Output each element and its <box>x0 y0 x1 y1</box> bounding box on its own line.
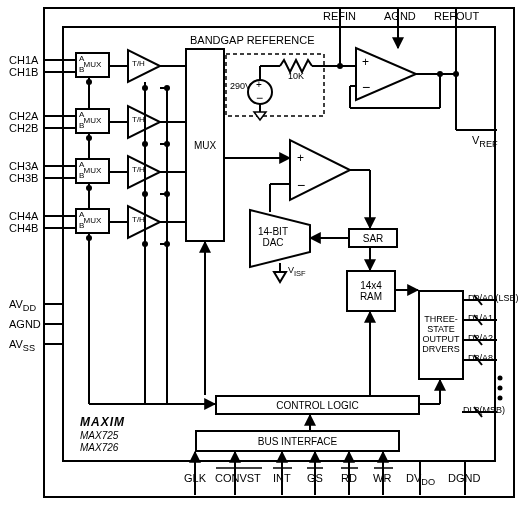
th-3-label: T/H <box>132 166 145 175</box>
pin-ch2a: CH2A <box>9 110 38 122</box>
pin-refout-label: REFOUT <box>434 10 479 22</box>
pin-agnd-left: AGND <box>9 318 41 330</box>
pin-avdd: AVDD <box>9 298 36 313</box>
part-max725: MAX725 <box>80 430 118 441</box>
pin-d2: D2/A2 <box>468 334 493 344</box>
pin-vref: VREF <box>472 134 498 149</box>
pin-glk: GLK <box>184 472 206 484</box>
diagram-canvas: + − <box>0 0 523 505</box>
pin-d0: D0/A0 (LSB) <box>468 294 519 304</box>
amux-2: A MUX B <box>75 108 110 134</box>
amux-4: A MUX B <box>75 208 110 234</box>
amux-3: A MUX B <box>75 158 110 184</box>
pin-refin-label: REFIN <box>323 10 356 22</box>
pin-ch1b: CH1B <box>9 66 38 78</box>
ram-block: 14x4 RAM <box>346 270 396 312</box>
resistor-label: 10K <box>288 72 304 82</box>
maxim-logo: MAXIM <box>80 416 125 429</box>
pin-ch1a: CH1A <box>9 54 38 66</box>
pin-ch4b: CH4B <box>9 222 38 234</box>
th-1-label: T/H <box>132 60 145 69</box>
vsrc-label: 290V <box>230 82 251 92</box>
pin-ch4a: CH4A <box>9 210 38 222</box>
th-2-label: T/H <box>132 116 145 125</box>
pin-rd: RD <box>341 472 357 484</box>
th-4-label: T/H <box>132 216 145 225</box>
pin-dvdo: DVDO <box>406 472 435 487</box>
control-logic-block: CONTROL LOGIC <box>215 395 420 415</box>
control-logic-label: CONTROL LOGIC <box>276 400 358 411</box>
pin-ch2b: CH2B <box>9 122 38 134</box>
amux-1: A MUX B <box>75 52 110 78</box>
dac-label: 14-BIT DAC <box>258 226 288 248</box>
mux-block: MUX <box>185 48 225 242</box>
drivers-block: THREE- STATE OUTPUT DRVERS <box>418 290 464 380</box>
pin-avss: AVSS <box>9 338 35 353</box>
pin-agnd-top-label: AGND <box>384 10 416 22</box>
pin-ch3a: CH3A <box>9 160 38 172</box>
pin-dl8: DL8(MSB) <box>463 406 505 416</box>
part-max726: MAX726 <box>80 442 118 453</box>
mux-label: MUX <box>194 140 216 151</box>
pin-dgnd: DGND <box>448 472 480 484</box>
visf-label: VISF <box>288 266 306 278</box>
pin-wr: WR <box>373 472 391 484</box>
bus-interface-label: BUS INTERFACE <box>258 436 337 447</box>
bandgap-title: BANDGAP REFERENCE <box>190 34 315 46</box>
pin-gs: GS <box>307 472 323 484</box>
pin-ch3b: CH3B <box>9 172 38 184</box>
pin-d8: D8/A8 <box>468 354 493 364</box>
pin-d1: D1/A1 <box>468 314 493 324</box>
drivers-label: THREE- STATE OUTPUT DRVERS <box>422 315 459 355</box>
pin-convst: CONVST <box>215 472 261 484</box>
pin-int: INT <box>273 472 291 484</box>
sar-label: SAR <box>363 233 384 244</box>
sar-block: SAR <box>348 228 398 248</box>
bus-interface-block: BUS INTERFACE <box>195 430 400 452</box>
amux-label: MUX <box>84 61 102 70</box>
ram-label: 14x4 RAM <box>360 280 382 302</box>
